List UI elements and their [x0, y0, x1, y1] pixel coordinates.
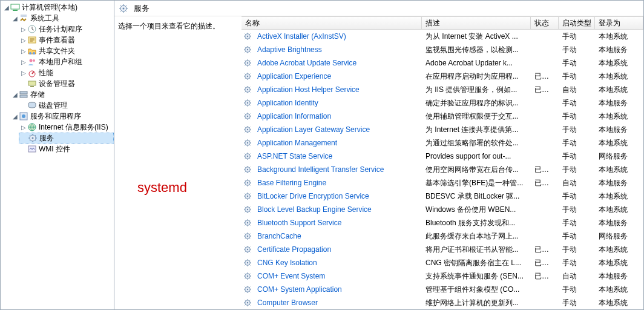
tree-services[interactable]: 服务 — [19, 133, 114, 143]
service-logon: 网络服务 — [595, 151, 643, 162]
service-row[interactable]: Application Experience在应用程序启动时为应用程...已启动… — [242, 70, 643, 83]
service-startup: 手动 — [559, 298, 595, 308]
service-name[interactable]: Base Filtering Engine — [254, 179, 422, 187]
service-name[interactable]: BranchCache — [254, 232, 422, 240]
col-logon[interactable]: 登录为 — [595, 17, 643, 29]
service-row[interactable]: Application Host Helper Service为 IIS 提供管… — [242, 83, 643, 96]
expand-toggle[interactable]: ▷ — [20, 122, 27, 133]
service-desc: Bluetooth 服务支持发现和... — [422, 218, 531, 228]
tree-disk-mgmt[interactable]: 磁盘管理 — [19, 100, 114, 111]
service-name[interactable]: Certificate Propagation — [254, 245, 422, 254]
service-name[interactable]: Application Experience — [254, 72, 422, 81]
service-name[interactable]: Application Identity — [254, 99, 422, 107]
gear-icon — [242, 245, 254, 254]
service-name[interactable]: Application Management — [254, 139, 422, 147]
tree-storage[interactable]: ◢ 存储 — [10, 89, 114, 100]
svg-point-19 — [32, 137, 34, 139]
svg-point-8 — [33, 59, 35, 62]
tree-system-tools-label: 系统工具 — [30, 13, 59, 24]
service-name[interactable]: BitLocker Drive Encryption Service — [254, 192, 422, 200]
service-row[interactable]: BitLocker Drive Encryption ServiceBDESVC… — [242, 190, 643, 203]
service-logon: 本地系统 — [595, 191, 643, 202]
gear-icon — [242, 85, 254, 94]
expand-toggle[interactable]: ▷ — [20, 24, 27, 35]
service-row[interactable]: Block Level Backup Engine ServiceWindows… — [242, 203, 643, 216]
service-row[interactable]: ASP.NET State ServiceProvides support fo… — [242, 150, 643, 163]
gear-icon — [242, 139, 254, 147]
service-row[interactable]: COM+ Event System支持系统事件通知服务 (SEN...已启动自动… — [242, 269, 643, 283]
expand-toggle[interactable]: ▷ — [20, 35, 27, 45]
service-name[interactable]: Bluetooth Support Service — [254, 219, 422, 227]
service-name[interactable]: Background Intelligent Transfer Service — [254, 165, 422, 174]
expand-toggle[interactable]: ◢ — [12, 111, 18, 122]
gear-icon — [242, 272, 254, 280]
service-row[interactable]: Application Identity确定并验证应用程序的标识...手动本地服… — [242, 96, 643, 110]
tree-shared-folders[interactable]: ▷ 共享文件夹 — [19, 45, 114, 56]
service-name[interactable]: Computer Browser — [254, 298, 422, 307]
gear-icon — [242, 232, 254, 240]
svg-point-60 — [247, 275, 248, 277]
service-row[interactable]: COM+ System Application管理基于组件对象模型 (CO...… — [242, 283, 643, 296]
service-row[interactable]: Application Management为通过组策略部署的软件处...手动本… — [242, 136, 643, 150]
expand-toggle[interactable]: ▷ — [20, 56, 27, 67]
tree-wmi[interactable]: WMI 控件 — [19, 143, 114, 154]
service-row[interactable]: ActiveX Installer (AxInstSV)为从 Internet … — [242, 30, 643, 43]
service-name[interactable]: ActiveX Installer (AxInstSV) — [254, 32, 422, 41]
col-startup[interactable]: 启动类型 — [559, 17, 595, 29]
tree-iis[interactable]: ▷ Internet 信息服务(IIS) — [19, 122, 114, 133]
service-name[interactable]: Application Host Helper Service — [254, 85, 422, 94]
service-startup: 手动 — [559, 285, 595, 295]
tree-system-tools[interactable]: ◢ 系统工具 — [10, 13, 114, 24]
gear-icon — [242, 72, 254, 81]
service-desc: 确定并验证应用程序的标识... — [422, 98, 531, 108]
tree-services-apps[interactable]: ◢ 服务和应用程序 — [10, 111, 114, 122]
tree-root[interactable]: ◢ 计算机管理(本地) — [2, 2, 114, 13]
service-name[interactable]: Application Information — [254, 112, 422, 120]
service-name[interactable]: ASP.NET State Service — [254, 152, 422, 160]
service-name[interactable]: Adobe Acrobat Update Service — [254, 59, 422, 67]
service-row[interactable]: Computer Browser维护网络上计算机的更新列...手动本地系统 — [242, 296, 643, 309]
col-desc[interactable]: 描述 — [422, 17, 531, 29]
service-desc: 使用空闲网络带宽在后台传... — [422, 165, 531, 175]
expand-toggle[interactable]: ▷ — [20, 45, 27, 56]
tree-device-manager[interactable]: 设备管理器 — [19, 78, 114, 89]
service-row[interactable]: Bluetooth Support ServiceBluetooth 服务支持发… — [242, 216, 643, 229]
service-row[interactable]: Adobe Acrobat Update ServiceAdobe Acroba… — [242, 56, 643, 70]
col-status[interactable]: 状态 — [531, 17, 559, 29]
service-startup: 手动 — [559, 151, 595, 162]
svg-point-24 — [247, 36, 248, 37]
service-name[interactable]: COM+ Event System — [254, 272, 422, 280]
navigation-tree: ◢ 计算机管理(本地) ◢ — [1, 1, 114, 309]
gear-icon — [242, 125, 254, 134]
expand-toggle[interactable]: ◢ — [12, 13, 18, 24]
service-name[interactable]: Application Layer Gateway Service — [254, 125, 422, 134]
service-row[interactable]: Base Filtering Engine基本筛选引擎(BFE)是一种管...已… — [242, 176, 643, 190]
service-row[interactable]: Adaptive Brightness监视氛围光传感器，以检测...手动本地服务 — [242, 43, 643, 56]
service-row[interactable]: Application Information使用辅助管理权限便于交互...手动… — [242, 110, 643, 123]
services-rows[interactable]: ActiveX Installer (AxInstSV)为从 Internet … — [242, 30, 643, 309]
service-row[interactable]: CNG Key IsolationCNG 密钥隔离服务宿主在 L...已启动手动… — [242, 256, 643, 269]
service-name[interactable]: CNG Key Isolation — [254, 259, 422, 267]
service-row[interactable]: Certificate Propagation将用户证书和根证书从智能...已启… — [242, 243, 643, 256]
expand-toggle[interactable]: ◢ — [12, 89, 18, 100]
service-name[interactable]: Block Level Backup Engine Service — [254, 205, 422, 214]
tree-task-scheduler[interactable]: ▷ 任务计划程序 — [19, 24, 114, 35]
service-row[interactable]: Background Intelligent Transfer Service使… — [242, 163, 643, 176]
service-row[interactable]: BranchCache此服务缓存来自本地子网上...手动网络服务 — [242, 229, 643, 243]
tree-local-users[interactable]: ▷ 本地用户和组 — [19, 56, 114, 67]
tree-event-viewer[interactable]: ▷ 事件查看器 — [19, 35, 114, 45]
service-row[interactable]: Application Layer Gateway Service为 Inter… — [242, 123, 643, 136]
tree-performance[interactable]: ▷ 性能 — [19, 67, 114, 78]
tree-iis-label: Internet 信息服务(IIS) — [39, 122, 108, 133]
col-name[interactable]: 名称 — [242, 17, 422, 29]
service-name[interactable]: COM+ System Application — [254, 285, 422, 294]
svg-point-30 — [247, 76, 248, 77]
expand-toggle[interactable]: ▷ — [20, 67, 27, 78]
expand-toggle[interactable]: ◢ — [3, 2, 10, 13]
service-startup: 手动 — [559, 218, 595, 228]
service-logon: 本地服务 — [595, 271, 643, 282]
service-startup: 手动 — [559, 71, 595, 82]
clock-icon — [27, 24, 37, 34]
service-name[interactable]: Adaptive Brightness — [254, 45, 422, 54]
svg-rect-2 — [21, 15, 27, 17]
